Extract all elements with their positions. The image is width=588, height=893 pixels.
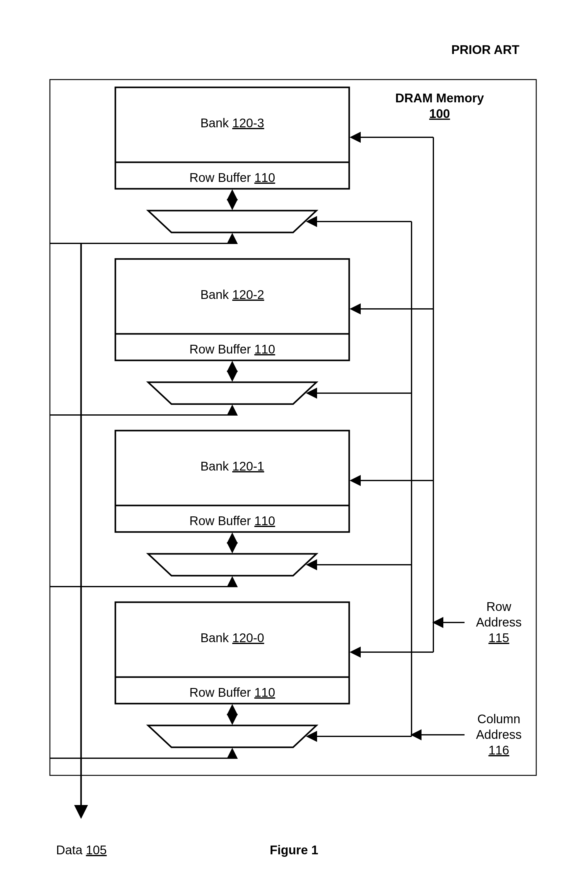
svg-rect-1 [116,87,349,189]
svg-rect-9 [116,259,349,360]
svg-rect-0 [50,80,536,775]
diagram-svg [0,0,588,893]
svg-marker-4 [148,210,316,233]
page: PRIOR ART DRAM Memory 100 Row Address 11… [0,0,588,893]
svg-rect-17 [116,431,349,532]
svg-marker-12 [148,382,316,404]
svg-rect-25 [116,602,349,704]
svg-marker-28 [148,725,316,747]
svg-marker-20 [148,554,316,576]
